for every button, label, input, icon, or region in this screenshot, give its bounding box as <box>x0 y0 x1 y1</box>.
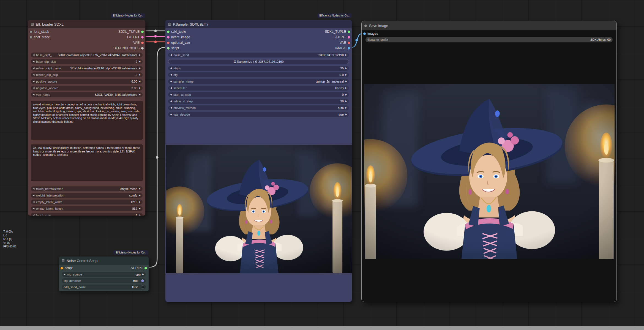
widget-batch-size[interactable]: ◀ batch_size 1 ▶ <box>31 213 143 216</box>
horizontal-scrollbar[interactable] <box>0 326 644 330</box>
decrement-arrow-icon[interactable]: ◀ <box>170 87 172 89</box>
increment-arrow-icon[interactable]: ▶ <box>139 208 141 210</box>
output-slot-script[interactable]: SCRIPT <box>131 266 147 270</box>
node-titlebar[interactable]: Save Image <box>362 21 616 30</box>
slot-dot-icon[interactable] <box>167 47 170 50</box>
slot-dot-icon[interactable] <box>141 36 144 39</box>
decrement-arrow-icon[interactable]: ◀ <box>33 74 34 76</box>
positive-prompt-textarea[interactable]: award winning character concept art of, … <box>31 101 143 140</box>
slot-dot-icon[interactable] <box>167 36 170 39</box>
decrement-arrow-icon[interactable]: ◀ <box>33 208 34 210</box>
slot-dot-icon[interactable] <box>363 32 366 35</box>
widget-positive-ascore[interactable]: ◀ positive_ascore 6.00 ▶ <box>31 79 143 84</box>
increment-arrow-icon[interactable]: ▶ <box>139 80 141 83</box>
widget-vae-decode[interactable]: ◀ vae_decode true ▶ <box>168 112 349 117</box>
widget-cfg[interactable]: ◀ cfg 9.0 ▶ <box>168 72 349 77</box>
decrement-arrow-icon[interactable]: ◀ <box>33 54 34 56</box>
decrement-arrow-icon[interactable]: ◀ <box>170 54 172 56</box>
input-slot-cnet-stack[interactable]: cnet_stack <box>30 35 50 39</box>
widget-refiner-ckpt-name[interactable]: ◀ refiner_ckpt_name SDXL\dreamshaperXL10… <box>31 66 143 71</box>
slot-dot-icon[interactable] <box>30 31 32 33</box>
link-midpoint-dot[interactable] <box>156 156 159 159</box>
increment-arrow-icon[interactable]: ▶ <box>345 94 347 96</box>
widget-filename-prefix[interactable]: filename_prefix SDXL\hires_00 <box>365 37 613 42</box>
widget-add-seed-noise[interactable]: add_seed_noise false <box>62 285 146 290</box>
decrement-arrow-icon[interactable]: ◀ <box>33 67 34 69</box>
input-slot-script[interactable]: script <box>61 266 73 270</box>
increment-arrow-icon[interactable]: ▶ <box>139 54 141 56</box>
widget-token-normalization[interactable]: ◀ token_normalization length+mean ▶ <box>31 186 143 191</box>
widget-weight-interpretation[interactable]: ◀ weight_interpretation comfy ▶ <box>31 193 143 198</box>
widget-refiner-clip-skip[interactable]: ◀ refiner_clip_skip -2 ▶ <box>31 72 143 77</box>
output-slot-vae[interactable]: VAE <box>133 41 144 45</box>
slot-dot-icon[interactable] <box>61 267 63 269</box>
increment-arrow-icon[interactable]: ▶ <box>139 194 141 197</box>
output-slot-dependencies[interactable]: DEPENDENCIES <box>113 46 144 50</box>
widget-base-ckpt-name[interactable]: ◀ base_ckpt_name SDXL\colossusProjectXLS… <box>31 53 143 58</box>
increment-arrow-icon[interactable]: ▶ <box>142 273 144 276</box>
input-slot-script[interactable]: script <box>167 46 179 50</box>
decrement-arrow-icon[interactable]: ◀ <box>33 80 34 83</box>
decrement-arrow-icon[interactable]: ◀ <box>170 94 172 96</box>
slot-dot-icon[interactable] <box>30 36 32 39</box>
node-titlebar[interactable]: KSampler SDXL (Eff.) <box>165 20 352 28</box>
slot-dot-icon[interactable] <box>167 42 170 44</box>
increment-arrow-icon[interactable]: ▶ <box>345 80 347 83</box>
output-slot-vae[interactable]: VAE <box>340 41 350 45</box>
widget-noise-seed[interactable]: ◀ noise_seed 238710419612190 ▶ <box>168 53 349 58</box>
node-graph-canvas[interactable]: Efficiency Nodes for Co.. Efficiency Nod… <box>0 0 644 330</box>
slot-dot-icon[interactable] <box>348 47 350 50</box>
decrement-arrow-icon[interactable]: ◀ <box>170 74 172 76</box>
increment-arrow-icon[interactable]: ▶ <box>345 107 347 109</box>
collapse-box-icon[interactable] <box>62 259 64 262</box>
increment-arrow-icon[interactable]: ▶ <box>345 74 347 76</box>
decrement-arrow-icon[interactable]: ◀ <box>64 273 65 276</box>
slot-dot-icon[interactable] <box>348 36 350 39</box>
collapse-dot-icon[interactable] <box>364 24 367 27</box>
input-slot-optional-vae[interactable]: optional_vae <box>167 41 190 45</box>
widget-rng-source[interactable]: ◀ rng_source gpu ▶ <box>62 272 146 277</box>
decrement-arrow-icon[interactable]: ◀ <box>33 214 34 216</box>
output-slot-latent[interactable]: LATENT <box>334 35 350 39</box>
decrement-arrow-icon[interactable]: ◀ <box>33 61 34 63</box>
increment-arrow-icon[interactable]: ▶ <box>139 87 141 89</box>
increment-arrow-icon[interactable]: ▶ <box>139 74 141 76</box>
decrement-arrow-icon[interactable]: ◀ <box>170 100 172 102</box>
slot-dot-icon[interactable] <box>141 42 144 44</box>
increment-arrow-icon[interactable]: ▶ <box>345 100 347 102</box>
increment-arrow-icon[interactable]: ▶ <box>345 54 347 56</box>
collapse-box-icon[interactable] <box>31 23 34 26</box>
slot-dot-icon[interactable] <box>348 31 350 33</box>
input-slot-sdxl-tuple[interactable]: sdxl_tuple <box>167 30 186 34</box>
widget-negative-ascore[interactable]: ◀ negative_ascore 2.00 ▶ <box>31 86 143 91</box>
toggle-knob-icon[interactable] <box>141 286 144 288</box>
node-titlebar[interactable]: Noise Control Script <box>59 257 149 265</box>
increment-arrow-icon[interactable]: ▶ <box>345 87 347 89</box>
increment-arrow-icon[interactable]: ▶ <box>139 201 141 203</box>
decrement-arrow-icon[interactable]: ◀ <box>170 67 172 69</box>
slot-dot-icon[interactable] <box>141 47 144 50</box>
output-slot-image[interactable]: IMAGE <box>335 46 350 50</box>
slot-dot-icon[interactable] <box>167 31 170 33</box>
link-midpoint-dot[interactable] <box>355 39 358 42</box>
decrement-arrow-icon[interactable]: ◀ <box>33 94 34 96</box>
slot-dot-icon[interactable] <box>144 267 147 269</box>
widget-base-clip-skip[interactable]: ◀ base_clip_skip -2 ▶ <box>31 59 143 64</box>
node-eff-loader-sdxl[interactable]: Eff. Loader SDXL lora_stack SDXL_TUPLE c… <box>28 20 146 216</box>
link-midpoint-dot[interactable] <box>154 40 157 43</box>
increment-arrow-icon[interactable]: ▶ <box>139 61 141 63</box>
input-slot-latent-image[interactable]: latent_image <box>167 35 190 39</box>
input-slot-images[interactable]: images <box>363 32 378 36</box>
increment-arrow-icon[interactable]: ▶ <box>139 188 141 190</box>
widget-cfg-denoiser[interactable]: cfg_denoiser true <box>62 278 146 283</box>
negative-prompt-textarea[interactable]: 3d, low quality, worst quality, mutation… <box>31 144 143 181</box>
output-slot-sdxl-tuple[interactable]: SDXL_TUPLE <box>325 30 350 34</box>
decrement-arrow-icon[interactable]: ◀ <box>170 80 172 83</box>
increment-arrow-icon[interactable]: ▶ <box>139 214 141 216</box>
increment-arrow-icon[interactable]: ▶ <box>139 94 141 96</box>
decrement-arrow-icon[interactable]: ◀ <box>33 201 34 203</box>
decrement-arrow-icon[interactable]: ◀ <box>33 194 34 197</box>
widget-start-at-step[interactable]: ◀ start_at_step 0 ▶ <box>168 92 349 97</box>
collapse-box-icon[interactable] <box>168 23 171 26</box>
slot-dot-icon[interactable] <box>348 42 350 44</box>
